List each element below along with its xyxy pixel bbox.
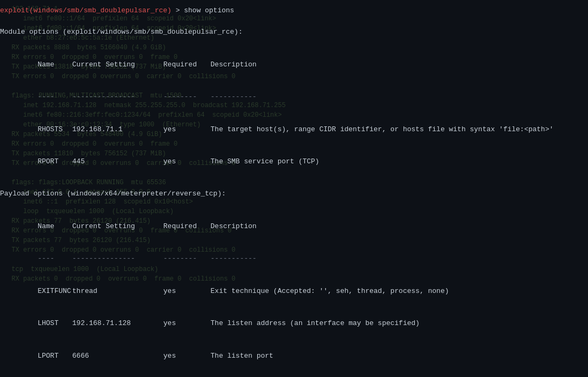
pcol-required-ul: -------- (163, 253, 211, 264)
lport-desc: The listen port (211, 351, 273, 361)
top-prompt-line: exploit(windows/smb/smb_doublepulsar_rce… (0, 5, 588, 16)
terminal-content: exploit(windows/smb/smb_doublepulsar_rce… (0, 5, 588, 377)
rhosts-setting: 192.168.71.1 (72, 124, 163, 135)
blank-line-5 (0, 372, 588, 377)
pcol-setting-ul: --------------- (72, 253, 163, 264)
col-setting-ul-1: --------------- (72, 92, 163, 102)
module-path-red: exploit(windows/smb/smb_doublepulsar_rce… (0, 6, 172, 14)
blank-line-4 (0, 200, 588, 210)
lhost-name: LHOST (25, 318, 72, 329)
exitfunc-setting: thread (72, 286, 163, 297)
top-prompt-suffix: > show options (172, 6, 234, 14)
lport-name: LPORT (25, 351, 72, 361)
lport-setting: 6666 (72, 351, 163, 361)
exitfunc-name: EXITFUNC (25, 286, 72, 297)
blank-line-1 (0, 16, 588, 27)
rport-desc: The SMB service port (TCP) (211, 156, 319, 167)
module-row-rport: RPORT445 yes The SMB service port (TCP) (0, 146, 588, 178)
payload-table-underline: -------------------------------------- (0, 243, 588, 275)
pcol-setting-1: Current Setting (72, 221, 163, 232)
pcol-desc-1: Description (211, 221, 257, 232)
pcol-name-1: Name (25, 221, 72, 232)
module-options-header: Module options (exploit/windows/smb/smb_… (0, 27, 588, 37)
module-row-rhosts: RHOSTS192.168.71.1 yes The target host(s… (0, 113, 588, 145)
pcol-name-ul: ---- (25, 253, 72, 264)
lhost-required: yes (163, 318, 211, 329)
terminal-window: 192.168.71.1 inet6 fe80::1/64 prefixlen … (0, 0, 588, 377)
col-name-ul-1: ---- (25, 92, 72, 102)
pcol-required-1: Required (163, 221, 211, 232)
payload-options-header: Payload options (windows/x64/meterpreter… (0, 188, 588, 199)
col-required-1: Required (163, 59, 211, 70)
lhost-desc: The listen address (an interface may be … (211, 318, 420, 329)
lport-required: yes (163, 351, 211, 361)
rhosts-required: yes (163, 124, 211, 135)
col-required-ul-1: -------- (163, 92, 211, 102)
exitfunc-required: yes (163, 286, 211, 297)
col-name-1: Name (25, 59, 72, 70)
payload-row-exitfunc: EXITFUNCthread yes Exit technique (Accep… (0, 275, 588, 307)
pcol-desc-ul: ----------- (211, 253, 257, 264)
col-desc-1: Description (211, 59, 257, 70)
payload-table-header: NameCurrent SettingRequiredDescription (0, 210, 588, 243)
rport-required: yes (163, 156, 211, 167)
rport-name: RPORT (25, 156, 72, 167)
payload-row-lhost: LHOST192.168.71.128 yes The listen addre… (0, 307, 588, 340)
blank-line-2 (0, 37, 588, 48)
col-desc-ul-1: ----------- (211, 92, 257, 102)
rport-setting: 445 (72, 156, 163, 167)
exitfunc-desc: Exit technique (Accepted: '', seh, threa… (211, 286, 449, 297)
col-setting-1: Current Setting (72, 59, 163, 70)
blank-line-3 (0, 178, 588, 188)
module-table-header: NameCurrent SettingRequiredDescription (0, 49, 588, 81)
rhosts-desc: The target host(s), range CIDR identifie… (211, 124, 554, 135)
module-table-underline: -------------------------------------- (0, 81, 588, 113)
rhosts-name: RHOSTS (25, 124, 72, 135)
payload-row-lport: LPORT6666 yes The listen port (0, 340, 588, 372)
lhost-setting: 192.168.71.128 (72, 318, 163, 329)
